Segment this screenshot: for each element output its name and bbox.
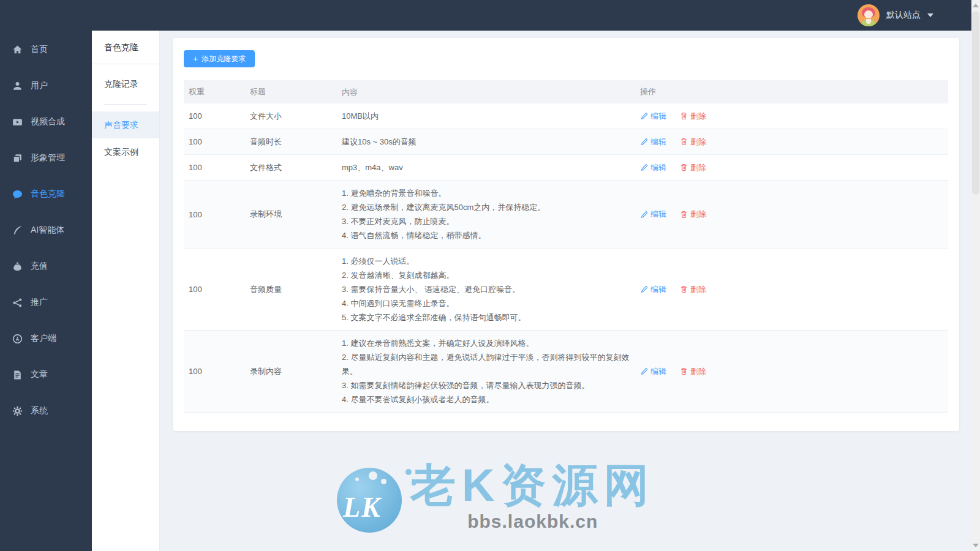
moneybag-icon — [12, 261, 23, 272]
avatar-collar — [866, 19, 871, 24]
delete-button[interactable]: 删除 — [680, 366, 706, 377]
subnav-item-1[interactable]: 声音要求 — [92, 111, 159, 138]
content-line: 10MB以内 — [342, 109, 635, 123]
watermark: LK 老K资源网 bbs.laokbk.cn — [337, 460, 655, 533]
watermark-text: 老K资源网 bbs.laokbk.cn — [410, 460, 655, 532]
sidebar-item-6[interactable]: 充值 — [0, 249, 92, 283]
chevron-down-icon[interactable] — [927, 13, 933, 17]
sidebar-item-0[interactable]: 首页 — [0, 32, 92, 67]
cell-title: 录制环境 — [245, 209, 337, 220]
content-line: 2. 发音越清晰、复刻成都越高。 — [342, 268, 635, 282]
delete-button[interactable]: 删除 — [680, 284, 706, 295]
content-line: 3. 如需要复刻情绪韵律起伏较强的音频，请尽量输入表现力强的音频。 — [342, 378, 635, 392]
watermark-url: bbs.laokbk.cn — [467, 511, 598, 532]
edit-label: 编辑 — [650, 137, 666, 148]
secondary-sidebar: 音色克隆 克隆记录声音要求文案示例 — [92, 31, 159, 551]
sidebar-item-9[interactable]: 文章 — [0, 358, 92, 392]
delete-button[interactable]: 删除 — [680, 111, 706, 122]
delete-label: 删除 — [690, 111, 706, 122]
cell-actions: 编辑删除 — [635, 162, 948, 173]
edit-button[interactable]: 编辑 — [640, 284, 666, 295]
cell-actions: 编辑删除 — [635, 209, 948, 220]
sidebar-item-8[interactable]: 客户端 — [0, 321, 92, 356]
delete-label: 删除 — [690, 162, 706, 173]
sidebar-item-5[interactable]: AI智能体 — [0, 213, 92, 247]
edit-button[interactable]: 编辑 — [640, 162, 666, 173]
content-line: mp3、m4a、wav — [342, 160, 635, 174]
edit-button[interactable]: 编辑 — [640, 366, 666, 377]
subnav-list: 克隆记录声音要求文案示例 — [92, 64, 159, 165]
content-line: 4. 语气自然流畅，情绪稳定，稍带感情。 — [342, 228, 635, 242]
topbar-user-area[interactable]: 默认站点 — [858, 0, 933, 31]
cell-weight: 100 — [184, 163, 245, 172]
sidebar-item-label: 视频合成 — [31, 116, 65, 127]
content-line: 3. 需要保持音量大小、 语速稳定、避免口腔噪音。 — [342, 282, 635, 296]
pencil-icon — [640, 285, 648, 293]
scrollbar-thumb[interactable] — [972, 11, 979, 195]
share-icon — [12, 298, 23, 308]
cell-weight: 100 — [184, 111, 245, 121]
add-button-label: 添加克隆要求 — [202, 54, 246, 64]
sidebar-item-label: 客户端 — [31, 333, 56, 344]
appstore-icon — [12, 334, 23, 344]
cell-content: 建议10s ~ 30s的音频 — [337, 129, 635, 154]
edit-button[interactable]: 编辑 — [640, 209, 666, 220]
cell-title: 文件大小 — [245, 111, 337, 122]
page-scrollbar[interactable] — [971, 0, 980, 551]
logo-splash-dot — [381, 479, 386, 484]
table-row: 100音频质量1. 必须仅一人说话。2. 发音越清晰、复刻成都越高。3. 需要保… — [184, 249, 948, 331]
column-header-title: 标题 — [245, 86, 337, 97]
watermark-title: 老K资源网 — [410, 460, 655, 510]
cell-content: 1. 建议在录音前熟悉文案，并确定好人设及演绎风格。2. 尽量贴近复刻内容和主题… — [337, 331, 635, 412]
table-row: 100音频时长建议10s ~ 30s的音频编辑删除 — [184, 129, 948, 155]
table-row: 100录制内容1. 建议在录音前熟悉文案，并确定好人设及演绎风格。2. 尽量贴近… — [184, 331, 948, 413]
delete-label: 删除 — [690, 284, 706, 295]
sidebar-item-label: 充值 — [31, 261, 48, 272]
site-name-label[interactable]: 默认站点 — [886, 10, 921, 21]
sidebar-item-4[interactable]: 音色克隆 — [0, 177, 92, 211]
feather-icon — [12, 225, 23, 236]
cell-weight: 100 — [184, 210, 245, 219]
add-clone-requirement-button[interactable]: + 添加克隆要求 — [184, 50, 255, 67]
trash-icon — [680, 112, 688, 120]
subnav-item-0[interactable]: 克隆记录 — [92, 70, 159, 97]
content-line: 5. 文案文字不必追求全部准确，保持语句通畅即可。 — [342, 310, 635, 324]
sidebar-item-3[interactable]: 形象管理 — [0, 141, 92, 175]
cell-actions: 编辑删除 — [635, 137, 948, 148]
sidebar-item-10[interactable]: 系统 — [0, 394, 92, 428]
edit-button[interactable]: 编辑 — [640, 111, 666, 122]
gear-icon — [12, 406, 23, 416]
cell-title: 录制内容 — [245, 366, 337, 377]
avatar[interactable] — [858, 4, 880, 26]
column-header-actions: 操作 — [635, 86, 948, 97]
subnav-title: 音色克隆 — [92, 31, 159, 64]
column-header-content: 内容 — [337, 80, 635, 105]
logo-splash-dot — [412, 481, 416, 485]
requirements-table: 权重 标题 内容 操作 100文件大小10MB以内编辑删除100音频时长建议10… — [184, 80, 948, 413]
content-line: 2. 尽量贴近复刻内容和主题，避免说话人韵律过于平淡，否则将得到较平的复刻效果。 — [342, 350, 635, 378]
watermark-logo-text: LK — [343, 491, 382, 523]
content-line: 4. 尽量不要尝试复刻小孩或者老人的音频。 — [342, 392, 635, 407]
table-body: 100文件大小10MB以内编辑删除100音频时长建议10s ~ 30s的音频编辑… — [184, 103, 948, 413]
sidebar-item-1[interactable]: 用户 — [0, 69, 92, 103]
edit-label: 编辑 — [650, 111, 666, 122]
sidebar-item-2[interactable]: 视频合成 — [0, 105, 92, 139]
delete-label: 删除 — [690, 366, 706, 377]
subnav-item-2[interactable]: 文案示例 — [92, 138, 159, 165]
pencil-icon — [640, 163, 648, 171]
cell-actions: 编辑删除 — [635, 111, 948, 122]
sidebar-item-7[interactable]: 推广 — [0, 285, 92, 320]
edit-button[interactable]: 编辑 — [640, 137, 666, 148]
pencil-icon — [640, 138, 648, 146]
delete-button[interactable]: 删除 — [680, 137, 706, 148]
article-icon — [12, 370, 23, 380]
cell-actions: 编辑删除 — [635, 366, 948, 377]
scrollbar-down-arrow-icon[interactable] — [973, 544, 979, 547]
video-icon — [12, 117, 23, 127]
delete-button[interactable]: 删除 — [680, 209, 706, 220]
voice-clone-icon — [12, 189, 23, 200]
table-row: 100录制环境1. 避免嘈杂的背景音和噪音。2. 避免远场录制，建议离麦克风50… — [184, 181, 948, 249]
content-card: + 添加克隆要求 权重 标题 内容 操作 100文件大小10MB以内编辑删除10… — [173, 38, 959, 431]
delete-button[interactable]: 删除 — [680, 162, 706, 173]
scrollbar-up-arrow-icon[interactable] — [973, 4, 979, 7]
